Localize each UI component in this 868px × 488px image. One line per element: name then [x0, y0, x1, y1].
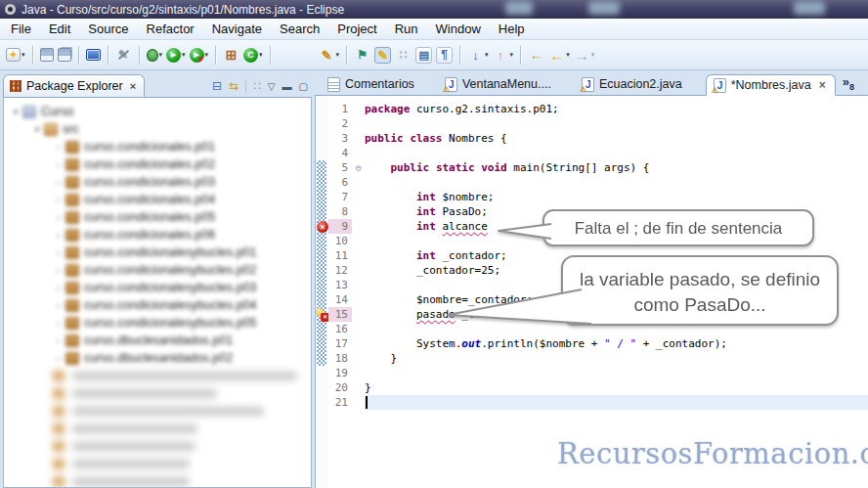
- last-edit-pin-button[interactable]: ⚑: [353, 43, 371, 67]
- menu-edit[interactable]: Edit: [40, 20, 79, 38]
- code-line[interactable]: }: [365, 380, 868, 395]
- menu-navigate[interactable]: Navigate: [203, 20, 271, 38]
- annotation-ruler[interactable]: ⚠××: [316, 96, 328, 488]
- code-line[interactable]: int PasaDo;: [365, 204, 868, 219]
- chevron-collapsed-icon[interactable]: ▹: [54, 284, 64, 292]
- tree-item-curso-dbuclesanidados-p01[interactable]: ▹curso.dbuclesanidados.p01: [4, 332, 311, 349]
- code-line[interactable]: [365, 395, 868, 410]
- code-line[interactable]: _contador=25;: [365, 263, 868, 278]
- tab-package-explorer[interactable]: Package Explorer ×: [3, 74, 145, 97]
- save-button[interactable]: [39, 43, 55, 67]
- tab-ecuacion2-java[interactable]: ⚠Ecuacion2.java: [575, 73, 691, 95]
- minimize-icon[interactable]: ▬: [282, 81, 292, 92]
- marker-error[interactable]: ×: [316, 219, 329, 234]
- tree-item-curso-condicionales-p03[interactable]: ▹curso.condicionales.p03: [4, 173, 311, 191]
- chevron-collapsed-icon[interactable]: ▹: [54, 178, 64, 187]
- tree-item-src[interactable]: ▾src: [4, 120, 311, 138]
- previous-annotation-button[interactable]: ↑▾: [492, 43, 515, 67]
- chevron-collapsed-icon[interactable]: ▹: [54, 301, 64, 310]
- open-console-button[interactable]: [85, 43, 102, 67]
- code-line[interactable]: }: [365, 351, 868, 366]
- show-source-of-selected-element-button[interactable]: ▤: [414, 43, 433, 67]
- chevron-collapsed-icon[interactable]: ▹: [54, 354, 64, 363]
- chevron-collapsed-icon[interactable]: ▹: [54, 143, 64, 152]
- last-edit-location-button[interactable]: ←: [527, 43, 545, 67]
- chevron-expanded-icon[interactable]: ▾: [32, 125, 42, 134]
- code-line[interactable]: [365, 322, 868, 336]
- menu-file[interactable]: File: [2, 20, 40, 38]
- code-editor[interactable]: ⚠×× 123456789101112131415161718192021 ⊖ …: [315, 96, 868, 488]
- new-java-class-button[interactable]: C▾: [242, 43, 264, 67]
- link-with-editor-icon[interactable]: ⇆: [229, 79, 239, 93]
- menu-window[interactable]: Window: [427, 20, 490, 38]
- tree-item-curso-condicionalesybucles-p03[interactable]: ▹curso.condicionalesybucles.p03: [4, 279, 311, 296]
- save-all-button[interactable]: [57, 43, 72, 67]
- tree-item-curso-condicionalesybucles-p04[interactable]: ▹curso.condicionalesybucles.p04: [4, 296, 311, 314]
- tree-item-blurred[interactable]: [4, 420, 311, 437]
- tree-item-blurred[interactable]: [4, 384, 311, 402]
- tree-item-blurred[interactable]: [4, 367, 311, 384]
- fold-collapse-icon[interactable]: ⊖: [353, 160, 364, 175]
- run-button[interactable]: ▶▾: [165, 43, 187, 67]
- code-line[interactable]: int _contador;: [365, 248, 868, 263]
- close-icon[interactable]: ×: [819, 78, 826, 92]
- tree-item-curso-condicionales-p06[interactable]: ▹curso.condicionales.p06: [4, 226, 311, 244]
- menu-help[interactable]: Help: [490, 20, 534, 38]
- tree-item-blurred[interactable]: [4, 437, 311, 455]
- code-line[interactable]: [365, 234, 868, 248]
- chevron-expanded-icon[interactable]: ▾: [11, 108, 21, 116]
- chevron-collapsed-icon[interactable]: ▹: [54, 213, 64, 222]
- tree-item-blurred[interactable]: [4, 472, 311, 488]
- tree-item-curso-dbuclesanidados-p02[interactable]: ▹curso.dbuclesanidados.p02: [4, 349, 311, 367]
- tree-item-blurred[interactable]: [4, 402, 311, 420]
- collapse-all-icon[interactable]: ⊟: [212, 79, 222, 93]
- chevron-collapsed-icon[interactable]: ▹: [54, 266, 64, 275]
- mark-occurrences-button[interactable]: ✎: [373, 43, 392, 67]
- code-lines[interactable]: package curso.g2.sintaxis.p01;public cla…: [365, 96, 868, 488]
- chevron-collapsed-icon[interactable]: ▹: [54, 248, 64, 257]
- run-external-tools-button[interactable]: ▶▾: [189, 43, 210, 67]
- maximize-icon[interactable]: ▢: [299, 81, 308, 92]
- import-button[interactable]: [277, 43, 295, 67]
- code-line[interactable]: System.out.println($nombre + " / " + _co…: [365, 336, 868, 351]
- tree-item-blurred[interactable]: [4, 455, 311, 472]
- menu-project[interactable]: Project: [328, 20, 385, 38]
- tree-item-curso-condicionalesybucles-p05[interactable]: ▹curso.condicionalesybucles.p05: [4, 314, 311, 332]
- tree-item-curso-condicionales-p02[interactable]: ▹curso.condicionales.p02: [4, 155, 311, 173]
- marker-bulb-error[interactable]: ×: [316, 307, 329, 322]
- menu-search[interactable]: Search: [271, 20, 328, 38]
- debug-button[interactable]: ▾: [146, 43, 164, 67]
- code-line[interactable]: public static void main(String[] args) {: [365, 160, 868, 175]
- tab-ventanamenu-[interactable]: ⚠VentanaMenu....: [438, 73, 560, 95]
- new-java-project-button[interactable]: ⊞: [222, 43, 240, 67]
- code-line[interactable]: [365, 146, 868, 160]
- menu-run[interactable]: Run: [386, 20, 427, 38]
- code-line[interactable]: package curso.g2.sintaxis.p01;: [365, 102, 868, 116]
- tree-item-curso-condicionales-p01[interactable]: ▹curso.condicionales.p01: [4, 138, 311, 155]
- code-line[interactable]: int alcance: [365, 219, 868, 234]
- view-menu-icon[interactable]: ▽: [268, 81, 276, 92]
- code-line[interactable]: [365, 116, 868, 131]
- code-line[interactable]: [365, 278, 868, 292]
- chevron-collapsed-icon[interactable]: ▹: [54, 196, 64, 204]
- tree-item-curso-condicionalesybucles-p01[interactable]: ▹curso.condicionalesybucles.p01: [4, 244, 311, 261]
- tab-overflow-chevron[interactable]: »8: [843, 74, 854, 92]
- new-wizard-button[interactable]: ✦▾: [5, 43, 26, 67]
- code-line[interactable]: int $nombre;: [365, 190, 868, 204]
- skip-all-breakpoints-button[interactable]: ✎: [114, 43, 133, 67]
- close-icon[interactable]: ×: [130, 80, 136, 92]
- open-java-editor-button[interactable]: ✎▾: [318, 43, 341, 67]
- tree-item-curso-condicionalesybucles-p02[interactable]: ▹curso.condicionalesybucles.p02: [4, 261, 311, 279]
- chevron-collapsed-icon[interactable]: ▹: [54, 160, 64, 169]
- tree-item-curso-condicionales-p04[interactable]: ▹curso.condicionales.p04: [4, 191, 311, 208]
- folding-column[interactable]: ⊖: [352, 96, 365, 488]
- code-line[interactable]: public class Nombres {: [365, 131, 868, 146]
- tree-item-curso-condicionales-p05[interactable]: ▹curso.condicionales.p05: [4, 208, 311, 226]
- next-annotation-button[interactable]: ↓▾: [466, 43, 490, 67]
- back-button[interactable]: ←▾: [547, 43, 571, 67]
- tree-item-curso[interactable]: ▾Curso: [4, 103, 311, 120]
- tab-comentarios[interactable]: Comentarios: [321, 73, 423, 95]
- export-button[interactable]: [297, 43, 316, 67]
- chevron-collapsed-icon[interactable]: ▹: [54, 231, 64, 240]
- code-line[interactable]: pasado=_contador;: [365, 307, 868, 322]
